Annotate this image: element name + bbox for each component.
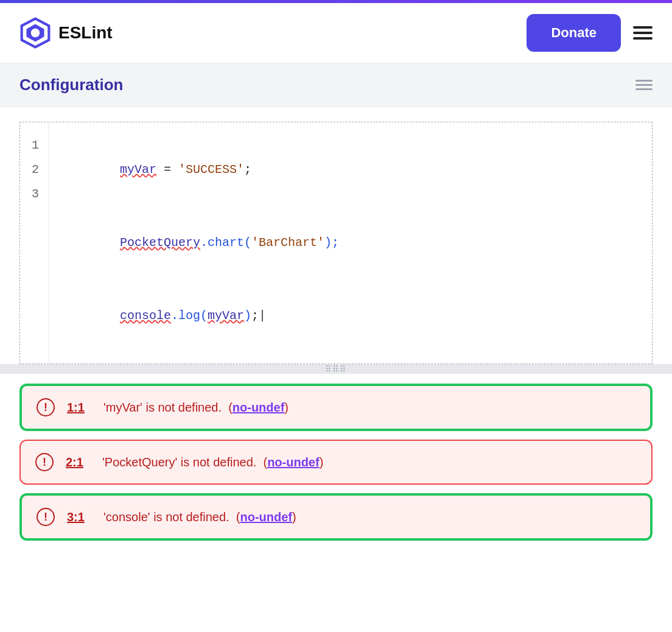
logo-text: ESLint xyxy=(58,23,113,43)
code-token: = xyxy=(156,163,178,177)
line-numbers: 1 2 3 xyxy=(20,122,49,363)
editor-container: 1 2 3 myVar = 'SUCCESS'; PocketQuery.cha… xyxy=(0,107,672,364)
code-content[interactable]: myVar = 'SUCCESS'; PocketQuery.chart('Ba… xyxy=(49,122,652,363)
header-right: Donate xyxy=(527,14,653,52)
header: ESLint Donate xyxy=(0,3,672,63)
donate-button[interactable]: Donate xyxy=(527,14,621,52)
logo-area: ESLint xyxy=(19,17,113,49)
error-rule-link-1[interactable]: no-undef xyxy=(233,401,285,414)
error-message-3: 'console' is not defined. (no-undef) xyxy=(103,510,635,524)
line-number-2: 2 xyxy=(30,158,39,182)
menu-icon[interactable] xyxy=(633,26,653,40)
error-card-1: ! 1:1 'myVar' is not defined. (no-undef) xyxy=(19,384,653,431)
code-line-3: console.log(myVar); xyxy=(61,279,640,353)
error-icon-1: ! xyxy=(37,398,55,416)
code-token: myVar xyxy=(208,309,244,323)
code-token: myVar xyxy=(120,163,156,177)
error-card-2: ! 2:1 'PocketQuery' is not defined. (no-… xyxy=(19,440,653,485)
errors-section: ! 1:1 'myVar' is not defined. (no-undef)… xyxy=(0,374,672,550)
code-editor[interactable]: 1 2 3 myVar = 'SUCCESS'; PocketQuery.cha… xyxy=(19,122,653,364)
code-token: 'BarChart' xyxy=(251,236,324,250)
code-line-1: myVar = 'SUCCESS'; xyxy=(61,133,640,206)
code-line-2: PocketQuery.chart('BarChart'); xyxy=(61,206,640,279)
error-message-1: 'myVar' is not defined. (no-undef) xyxy=(103,401,635,415)
svg-point-2 xyxy=(31,29,40,38)
line-number-3: 3 xyxy=(30,182,39,206)
code-token: .chart( xyxy=(200,236,251,250)
error-card-3: ! 3:1 'console' is not defined. (no-unde… xyxy=(19,493,653,541)
error-message-2: 'PocketQuery' is not defined. (no-undef) xyxy=(102,455,637,469)
code-token: console xyxy=(120,309,171,323)
code-token: ; xyxy=(251,309,266,323)
code-token: ; xyxy=(244,163,251,177)
config-title: Configuration xyxy=(19,75,123,94)
eslint-logo-icon xyxy=(19,17,51,49)
error-icon-2: ! xyxy=(35,453,54,471)
code-token: PocketQuery xyxy=(120,236,200,250)
config-section: Configuration xyxy=(0,63,672,107)
error-location-2[interactable]: 2:1 xyxy=(66,455,90,469)
line-number-1: 1 xyxy=(30,133,39,158)
section-menu-icon[interactable] xyxy=(635,80,653,90)
code-token: .log( xyxy=(171,309,208,323)
code-token: ) xyxy=(244,309,251,323)
error-location-3[interactable]: 3:1 xyxy=(67,510,91,524)
error-rule-link-2[interactable]: no-undef xyxy=(267,455,320,469)
code-token: ); xyxy=(324,236,339,250)
error-rule-link-3[interactable]: no-undef xyxy=(240,510,292,524)
code-token: 'SUCCESS' xyxy=(178,163,244,177)
resize-dots-icon: ⠿⠿⠿ xyxy=(325,364,347,374)
error-icon-3: ! xyxy=(37,508,55,526)
error-location-1[interactable]: 1:1 xyxy=(67,401,91,415)
resize-handle[interactable]: ⠿⠿⠿ xyxy=(0,364,672,374)
